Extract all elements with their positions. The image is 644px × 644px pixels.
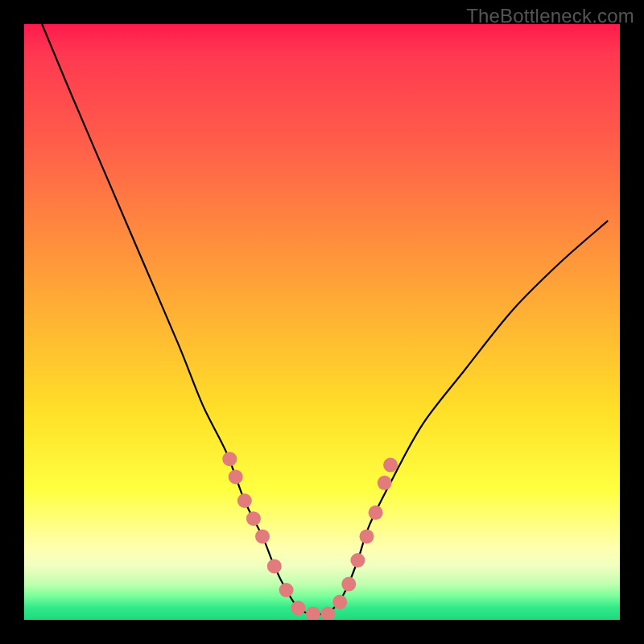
chart-svg [24, 24, 620, 620]
marker-point [255, 529, 270, 543]
chart-plot-area [24, 24, 620, 620]
watermark-text: TheBottleneck.com [466, 5, 634, 27]
marker-point [341, 577, 356, 592]
marker-point [222, 452, 237, 466]
marker-point [332, 595, 347, 609]
marker-point [246, 511, 261, 526]
bottleneck-curve [42, 24, 608, 615]
marker-point [279, 583, 294, 597]
marker-point [350, 553, 365, 568]
marker-point [229, 469, 243, 484]
marker-group [222, 452, 398, 620]
marker-point [267, 559, 282, 573]
marker-point [383, 458, 398, 473]
marker-point [291, 601, 305, 615]
marker-point [237, 493, 252, 508]
marker-point [360, 529, 374, 543]
marker-point [369, 506, 383, 520]
marker-point [378, 476, 392, 490]
marker-point [306, 607, 320, 620]
